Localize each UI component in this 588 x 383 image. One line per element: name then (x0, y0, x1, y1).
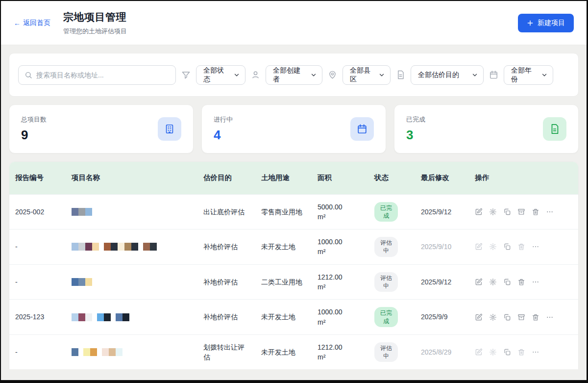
settings-icon[interactable] (489, 348, 497, 356)
area-value: 1000.00 (318, 238, 343, 246)
more-icon[interactable] (546, 313, 554, 321)
project-name-redacted (72, 243, 192, 251)
color-block (109, 348, 116, 356)
settings-icon[interactable] (489, 313, 497, 321)
color-block (143, 243, 150, 251)
trash-icon[interactable] (517, 243, 525, 251)
copy-icon[interactable] (503, 313, 511, 321)
stat-progress-value: 4 (214, 128, 233, 143)
trash-icon[interactable] (532, 208, 539, 216)
color-block (111, 243, 118, 251)
color-block (118, 243, 124, 251)
status-badge: 评估中 (374, 237, 398, 256)
col-land-use: 土地用途 (255, 162, 312, 194)
map-pin-icon (328, 70, 337, 79)
more-icon[interactable] (532, 243, 539, 251)
stat-completed-label: 已完成 (406, 115, 425, 124)
title-block: 宗地项目管理 管理您的土地评估项目 (63, 10, 127, 36)
color-block (104, 313, 111, 321)
copy-icon[interactable] (503, 243, 511, 251)
row-actions (475, 243, 572, 251)
color-block (85, 278, 92, 286)
color-block (97, 348, 102, 356)
status-badge: 评估中 (374, 342, 398, 362)
creator-filter-select[interactable]: 全部创建者 (266, 65, 322, 85)
more-icon[interactable] (546, 208, 554, 216)
trash-icon[interactable] (517, 278, 525, 286)
col-purpose: 估价目的 (197, 162, 255, 194)
color-block (78, 348, 83, 356)
back-link-label: 返回首页 (23, 19, 50, 27)
page-subtitle: 管理您的土地评估项目 (63, 27, 127, 36)
stat-card-in-progress: 进行中 4 (201, 104, 386, 153)
stat-card-total: 总项目数 9 (9, 104, 194, 153)
table-row: 2025-002 出让底价评估 零售商业用地 5000.00m² 已完成 202… (9, 194, 578, 230)
settings-icon[interactable] (489, 278, 497, 286)
new-project-button[interactable]: 新建项目 (518, 14, 574, 32)
more-icon[interactable] (532, 278, 539, 286)
status-filter-value: 全部状态 (203, 66, 229, 84)
purpose-filter-value: 全部估价目的 (418, 71, 459, 79)
area-unit: m² (318, 317, 363, 327)
project-name-redacted (72, 208, 192, 216)
area-unit: m² (318, 212, 363, 222)
copy-icon[interactable] (503, 348, 511, 356)
project-name-redacted (72, 348, 192, 356)
purpose-cell: 补地价评估 (197, 230, 255, 265)
search-input[interactable] (36, 71, 170, 79)
year-filter-value: 全部年份 (511, 66, 537, 84)
report-no: - (9, 334, 66, 369)
purpose-filter-select[interactable]: 全部估价目的 (411, 65, 484, 85)
color-block (116, 313, 122, 321)
calendar-icon (350, 117, 374, 141)
edit-icon[interactable] (475, 278, 483, 286)
more-icon[interactable] (532, 348, 539, 356)
status-filter-select[interactable]: 全部状态 (196, 65, 245, 85)
col-area: 面积 (312, 162, 368, 194)
color-block (116, 348, 122, 356)
stat-total-value: 9 (21, 128, 47, 143)
area-unit: m² (318, 282, 363, 292)
stats-row: 总项目数 9 进行中 4 已完成 3 (9, 104, 579, 153)
settings-icon[interactable] (489, 243, 497, 251)
color-block (92, 243, 99, 251)
color-block (85, 208, 92, 216)
color-block (99, 243, 104, 251)
edit-icon[interactable] (475, 243, 483, 251)
copy-icon[interactable] (503, 278, 511, 286)
back-to-home-link[interactable]: ← 返回首页 (14, 19, 50, 27)
stat-card-completed: 已完成 3 (394, 104, 579, 153)
year-filter-select[interactable]: 全部年份 (504, 65, 553, 85)
archive-icon[interactable] (517, 208, 525, 216)
edit-icon[interactable] (475, 208, 483, 216)
archive-icon[interactable] (517, 313, 525, 321)
purpose-cell: 补地价评估 (197, 300, 255, 335)
report-no: - (9, 230, 66, 265)
building-icon (158, 117, 181, 141)
stat-completed-value: 3 (406, 128, 425, 143)
copy-icon[interactable] (503, 208, 511, 216)
chevron-down-icon (310, 72, 317, 78)
status-badge: 已完成 (374, 202, 398, 222)
color-block (92, 313, 97, 321)
trash-icon[interactable] (517, 348, 525, 356)
stat-progress-label: 进行中 (214, 115, 233, 124)
filter-bar: 全部状态 全部创建者 全部县区 全部估价目的 全部年份 (9, 53, 579, 97)
modified-date: 2025/9/12 (415, 194, 469, 230)
chevron-down-icon (378, 72, 385, 78)
project-name-redacted (72, 313, 192, 321)
district-filter-select[interactable]: 全部县区 (343, 65, 391, 85)
settings-icon[interactable] (489, 208, 497, 216)
table-header-row: 报告编号 项目名称 估价目的 土地用途 面积 状态 最后修改 操作 (9, 162, 578, 194)
edit-icon[interactable] (475, 313, 483, 321)
chevron-down-icon (541, 72, 548, 78)
search-icon (24, 71, 32, 79)
col-actions: 操作 (469, 162, 578, 194)
modified-date: 2025/9/12 (415, 264, 469, 300)
table-row: 2025-123 补地价评估 未开发土地 1000.00m² 已完成 2025/… (9, 300, 578, 335)
row-actions (475, 278, 572, 286)
trash-icon[interactable] (532, 313, 539, 321)
color-block (78, 278, 85, 286)
edit-icon[interactable] (475, 348, 483, 356)
area-value: 1212.00 (318, 343, 343, 351)
